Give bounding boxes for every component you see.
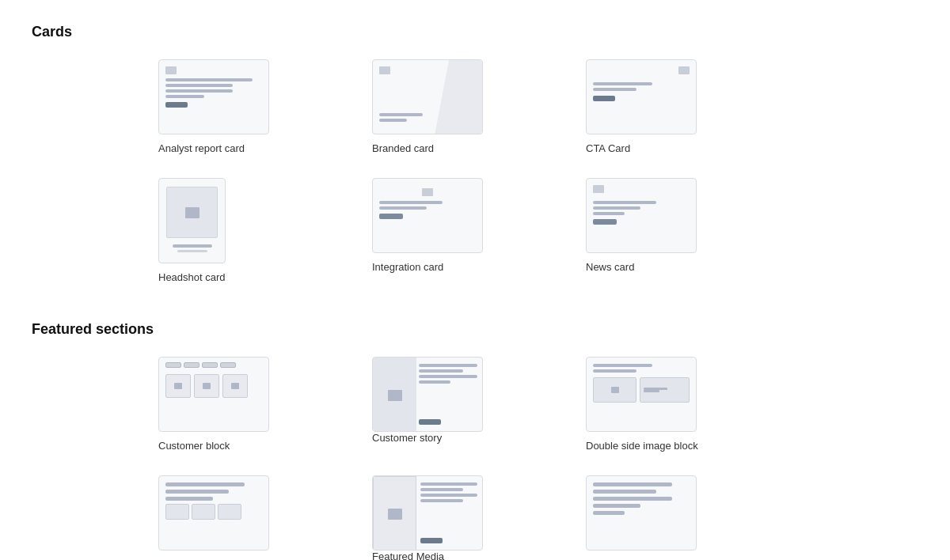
list-item[interactable]: Featured List bbox=[158, 475, 325, 560]
featured-sections-grid: Customer block Customer story bbox=[32, 357, 918, 560]
list-item[interactable]: Featured Media bbox=[372, 475, 538, 560]
list-item[interactable]: Headshot card bbox=[158, 178, 325, 283]
list-item[interactable]: CTA Card bbox=[586, 59, 752, 154]
preview-icon bbox=[678, 66, 690, 74]
preview-icon bbox=[388, 390, 402, 401]
list-item[interactable]: News card bbox=[586, 178, 752, 283]
customer-block-preview bbox=[158, 357, 269, 432]
list-item[interactable]: Customer block bbox=[158, 357, 325, 452]
featured-text-preview bbox=[586, 475, 697, 551]
card-item-label: Customer story bbox=[372, 432, 442, 444]
preview-btn bbox=[165, 102, 188, 108]
preview-line bbox=[165, 95, 204, 98]
list-item[interactable]: Customer story bbox=[372, 357, 538, 452]
featured-media-preview bbox=[372, 475, 483, 551]
list-item[interactable]: Featured text bbox=[586, 475, 752, 560]
cards-grid: Analyst report card Branded card bbox=[32, 59, 918, 283]
cards-section-title: Cards bbox=[32, 24, 918, 40]
preview-btn bbox=[420, 538, 443, 543]
preview-line bbox=[165, 89, 233, 93]
card-item-label: Analyst report card bbox=[158, 142, 245, 154]
featured-sections-title: Featured sections bbox=[32, 321, 918, 338]
preview-lines bbox=[593, 82, 690, 91]
card-item-label: Headshot card bbox=[158, 271, 226, 283]
preview-btn bbox=[419, 419, 441, 425]
news-card-preview bbox=[586, 178, 697, 253]
double-side-image-block-preview bbox=[586, 357, 697, 432]
preview-title-line bbox=[177, 250, 207, 252]
card-item-label: CTA Card bbox=[586, 142, 630, 154]
preview-btn bbox=[593, 96, 615, 101]
customer-story-preview bbox=[372, 357, 483, 432]
preview-image bbox=[373, 358, 416, 432]
preview-icon bbox=[422, 188, 433, 196]
list-item[interactable]: Branded card bbox=[372, 59, 538, 154]
branded-card-preview bbox=[372, 59, 483, 134]
card-item-label: Customer block bbox=[158, 440, 230, 452]
preview-line bbox=[165, 84, 233, 87]
card-item-label: News card bbox=[586, 261, 634, 273]
preview-lines bbox=[379, 113, 423, 124]
integration-card-preview bbox=[372, 178, 483, 253]
preview-btn bbox=[379, 214, 403, 219]
analyst-report-card-preview bbox=[158, 59, 269, 134]
preview-icon bbox=[593, 185, 604, 193]
card-item-label: Integration card bbox=[372, 261, 443, 273]
preview-btn bbox=[593, 219, 617, 225]
list-item[interactable]: Integration card bbox=[372, 178, 538, 283]
card-item-label: Featured Media bbox=[372, 551, 444, 560]
featured-list-preview bbox=[158, 475, 269, 551]
preview-photo bbox=[166, 187, 218, 238]
card-item-label: Double side image block bbox=[586, 440, 698, 452]
preview-name-line bbox=[173, 244, 212, 248]
preview-icon bbox=[388, 509, 402, 520]
cta-card-preview bbox=[586, 59, 697, 134]
preview-icon bbox=[379, 66, 390, 74]
preview-icon bbox=[185, 207, 200, 218]
list-item[interactable]: Analyst report card bbox=[158, 59, 325, 154]
preview-image bbox=[373, 476, 416, 551]
cards-section: Cards Analyst report card bbox=[32, 24, 918, 283]
preview-shape bbox=[435, 60, 482, 134]
headshot-card-preview bbox=[158, 178, 226, 263]
list-item[interactable]: Double side image block bbox=[586, 357, 752, 452]
featured-sections-section: Featured sections bbox=[32, 321, 918, 560]
preview-line bbox=[165, 78, 253, 81]
card-item-label: Branded card bbox=[372, 142, 434, 154]
preview-icon bbox=[165, 66, 177, 74]
